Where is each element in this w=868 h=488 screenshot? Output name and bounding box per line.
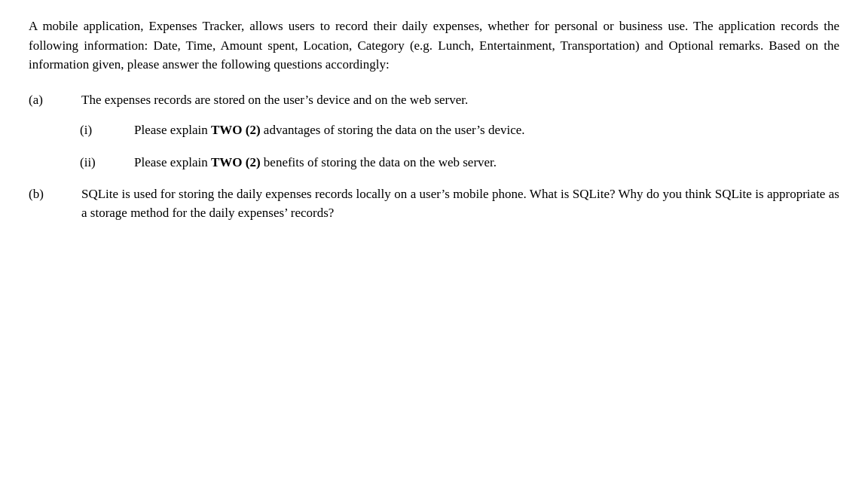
- question-a-label: (a): [29, 91, 81, 110]
- question-b-text: SQLite is used for storing the daily exp…: [81, 185, 839, 222]
- question-a-ii-before: Please explain: [134, 155, 211, 169]
- question-a-i-before: Please explain: [134, 123, 211, 137]
- question-a-i-text: Please explain TWO (2) advantages of sto…: [134, 121, 839, 140]
- question-b-label: (b): [29, 185, 81, 204]
- question-a-i-label: (i): [80, 121, 134, 140]
- question-a-ii: (ii) Please explain TWO (2) benefits of …: [80, 154, 839, 172]
- question-a-i: (i) Please explain TWO (2) advantages of…: [80, 121, 839, 140]
- question-a-i-bold: TWO (2): [211, 123, 261, 137]
- question-a-ii-after: benefits of storing the data on the web …: [261, 155, 497, 169]
- question-a: (a) The expenses records are stored on t…: [29, 91, 839, 110]
- question-a-text: The expenses records are stored on the u…: [81, 91, 839, 110]
- question-a-i-after: advantages of storing the data on the us…: [261, 123, 525, 137]
- page-container: A mobile application, Expenses Tracker, …: [0, 0, 868, 252]
- question-a-ii-label: (ii): [80, 154, 134, 172]
- question-a-ii-text: Please explain TWO (2) benefits of stori…: [134, 154, 839, 172]
- intro-paragraph: A mobile application, Expenses Tracker, …: [29, 17, 839, 75]
- question-b: (b) SQLite is used for storing the daily…: [29, 185, 839, 222]
- question-a-ii-bold: TWO (2): [211, 155, 261, 169]
